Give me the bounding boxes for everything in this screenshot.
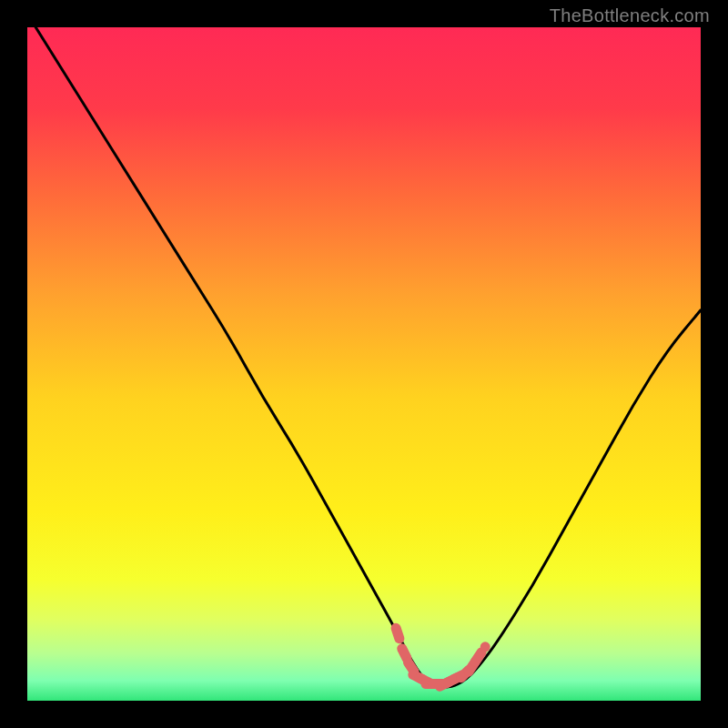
marker-dash bbox=[475, 652, 481, 662]
plot-area bbox=[27, 27, 701, 701]
gradient-bg bbox=[27, 27, 701, 701]
marker-dash bbox=[396, 628, 399, 638]
marker-dash bbox=[402, 649, 407, 659]
attribution-text: TheBottleneck.com bbox=[550, 5, 710, 26]
chart-svg bbox=[27, 27, 701, 701]
chart-frame: TheBottleneck.com bbox=[0, 0, 728, 728]
